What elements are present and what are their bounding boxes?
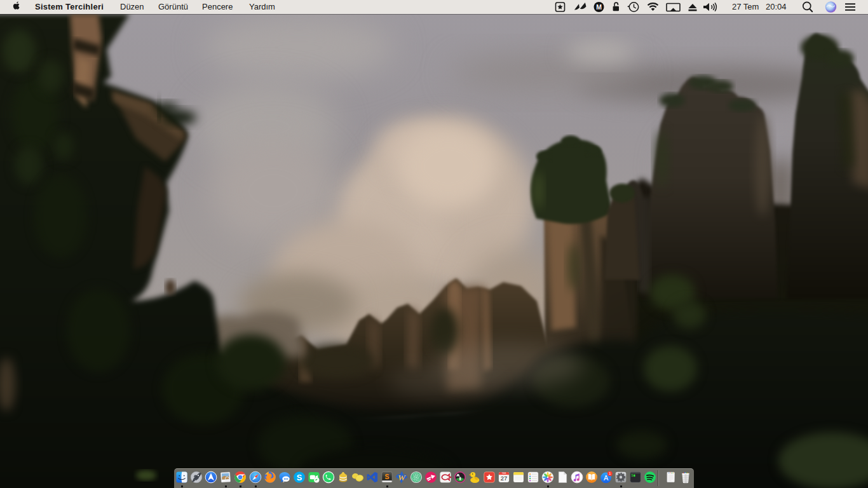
svg-text:$: $ <box>632 474 634 477</box>
svg-text:M: M <box>596 3 602 11</box>
svg-text:S: S <box>384 473 389 480</box>
svg-text:S: S <box>296 473 302 482</box>
svg-text:W: W <box>398 473 406 482</box>
svg-text:27: 27 <box>501 475 508 482</box>
svg-text:1: 1 <box>609 471 611 475</box>
svg-text:A: A <box>604 474 609 482</box>
